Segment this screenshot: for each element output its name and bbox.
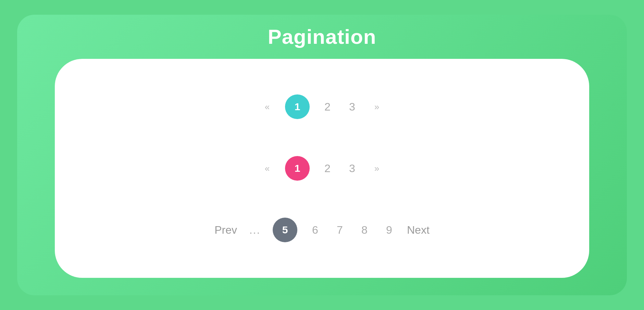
page-title: Pagination — [268, 25, 376, 49]
next-arrow-1[interactable]: » — [370, 102, 384, 112]
page-3-teal[interactable]: 3 — [345, 101, 359, 113]
prev-button[interactable]: Prev — [214, 224, 237, 236]
page-9[interactable]: 9 — [382, 224, 396, 236]
page-5-active-gray[interactable]: 5 — [273, 218, 297, 242]
next-button[interactable]: Next — [407, 224, 430, 236]
page-1-active-pink[interactable]: 1 — [285, 156, 310, 181]
page-6[interactable]: 6 — [308, 224, 322, 236]
next-arrow-2[interactable]: » — [370, 163, 384, 174]
page-3-pink[interactable]: 3 — [345, 162, 359, 175]
pagination-row-2: « 1 2 3 » — [260, 156, 384, 181]
page-2-teal[interactable]: 2 — [321, 101, 334, 113]
prev-arrow-1[interactable]: « — [260, 102, 274, 112]
prev-arrow-2[interactable]: « — [260, 163, 274, 174]
page-8[interactable]: 8 — [358, 224, 371, 236]
page-7[interactable]: 7 — [333, 224, 347, 236]
pagination-row-3: Prev ... 5 6 7 8 9 Next — [214, 218, 430, 242]
outer-container: Pagination « 1 2 3 » « 1 2 3 » Prev ... … — [17, 15, 627, 295]
dots: ... — [248, 224, 262, 236]
white-card: « 1 2 3 » « 1 2 3 » Prev ... 5 6 7 8 9 N… — [55, 59, 589, 278]
pagination-row-1: « 1 2 3 » — [260, 94, 384, 119]
page-1-active-teal[interactable]: 1 — [285, 94, 310, 119]
page-2-pink[interactable]: 2 — [321, 162, 334, 175]
